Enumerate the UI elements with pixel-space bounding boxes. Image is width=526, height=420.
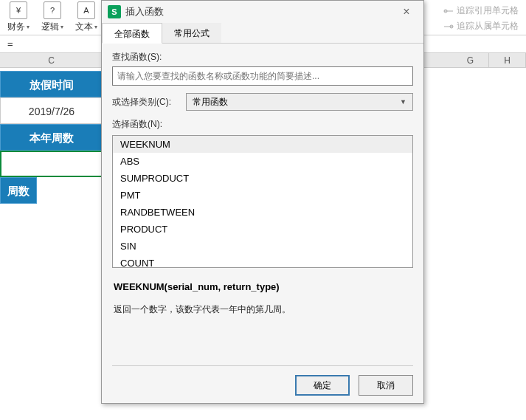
function-item[interactable]: COUNT [113,255,412,268]
search-label: 查找函数(S): [112,51,413,63]
col-header-c[interactable]: C [0,53,103,67]
text-icon: A [77,1,95,19]
ribbon-finance-label: 财务 [7,21,25,33]
trace-precedents-button[interactable]: 追踪引用单元格 [443,4,519,17]
insert-function-dialog: S 插入函数 × 全部函数 常用公式 查找函数(S): 或选择类别(C): 常用… [101,0,424,404]
trace-dependents-label: 追踪从属单元格 [457,20,519,32]
ok-button[interactable]: 确定 [295,375,350,396]
function-item[interactable]: PMT [113,187,412,204]
question-icon: ? [44,1,61,19]
chevron-down-icon: ▼ [400,98,406,106]
cancel-button[interactable]: 取消 [359,375,413,396]
category-label: 或选择类别(C): [112,96,186,109]
active-cell[interactable] [0,151,103,177]
function-item[interactable]: SUMPRODUCT [113,170,412,187]
function-description: WEEKNUM(serial_num, return_type) 返回一个数字，… [112,281,413,317]
cell-week-label[interactable]: 周数 [0,177,37,204]
select-function-label: 选择函数(N): [112,118,413,131]
ribbon-text-button[interactable]: A 文本▾ [69,0,103,35]
dialog-tabs: 全部函数 常用公式 [102,23,423,44]
function-item[interactable]: PRODUCT [113,221,412,238]
dialog-body: 查找函数(S): 或选择类别(C): 常用函数 ▼ 选择函数(N): WEEKN… [102,44,423,324]
function-description-text: 返回一个数字，该数字代表一年中的第几周。 [114,303,412,317]
category-value: 常用函数 [193,96,228,109]
chevron-down-icon: ▾ [60,24,63,30]
category-select[interactable]: 常用函数 ▼ [186,93,413,111]
chevron-down-icon: ▾ [94,24,97,30]
function-item[interactable]: RANDBETWEEN [113,204,412,221]
search-input[interactable] [112,66,413,86]
tab-common-formulas[interactable]: 常用公式 [162,23,221,43]
col-header-g[interactable]: G [452,53,489,67]
function-item[interactable]: WEEKNUM [113,136,412,153]
dialog-footer: 确定 取消 [295,375,413,396]
cell-holiday-date-label[interactable]: 放假时间 [0,71,103,97]
cell-year-week-label[interactable]: 本年周数 [0,124,103,151]
trace-panel: 追踪引用单元格 追踪从属单元格 [443,4,519,35]
trace-precedents-label: 追踪引用单元格 [457,4,519,17]
function-signature: WEEKNUM(serial_num, return_type) [114,281,412,292]
function-item[interactable]: ABS [113,153,412,170]
cell-holiday-date-value[interactable]: 2019/7/26 [0,97,103,124]
close-button[interactable]: × [395,5,418,18]
divider [112,365,413,366]
ribbon-logic-button[interactable]: ? 逻辑▾ [35,0,69,35]
dialog-title: 插入函数 [125,5,395,18]
chevron-down-icon: ▾ [27,24,30,30]
app-icon: S [108,5,121,18]
ribbon-finance-button[interactable]: ¥ 财务▾ [1,0,35,35]
tab-all-functions[interactable]: 全部函数 [102,23,162,44]
dialog-titlebar[interactable]: S 插入函数 × [102,1,423,23]
trace-dependents-button[interactable]: 追踪从属单元格 [443,20,519,32]
ribbon-logic-label: 逻辑 [41,21,59,33]
formula-equals: = [7,38,13,49]
ribbon-text-label: 文本 [75,21,93,33]
function-list[interactable]: WEEKNUM ABS SUMPRODUCT PMT RANDBETWEEN P… [112,135,413,268]
trace-precedents-icon [443,7,454,15]
col-header-h[interactable]: H [489,53,526,67]
function-item[interactable]: SIN [113,238,412,255]
yen-icon: ¥ [10,1,27,19]
trace-dependents-icon [443,23,454,30]
